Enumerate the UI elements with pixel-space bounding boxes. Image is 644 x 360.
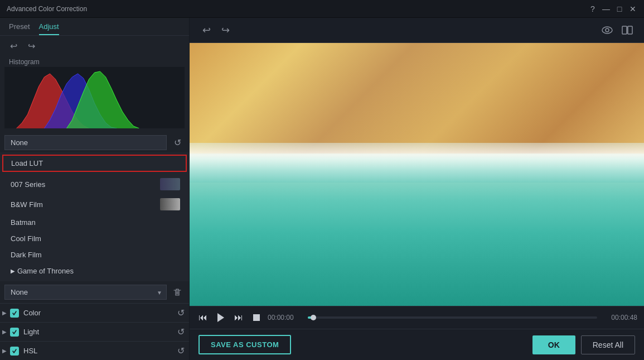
color-label: Color — [23, 309, 177, 317]
window-title: Advanced Color Correction — [7, 5, 87, 13]
preset-select[interactable]: None — [4, 135, 167, 150]
compare-icon[interactable] — [619, 22, 635, 38]
left-toolbar: ↩ ↪ — [0, 36, 189, 56]
minimize-btn[interactable]: — — [602, 4, 611, 13]
tab-adjust[interactable]: Adjust — [39, 22, 59, 35]
light-checkbox[interactable] — [10, 328, 19, 337]
expand-icon-light: ▶ — [2, 329, 10, 335]
hsl-label: HSL — [23, 347, 177, 355]
light-label: Light — [23, 328, 177, 336]
right-actions: OK Reset All — [532, 335, 635, 354]
eye-icon[interactable] — [599, 22, 615, 38]
right-toolbar: ↩ ↪ — [190, 18, 644, 43]
preview-swatch-bw — [160, 198, 180, 210]
tab-preset[interactable]: Preset — [9, 22, 30, 35]
load-lut-item[interactable]: Load LUT — [2, 155, 187, 172]
delete-btn[interactable] — [170, 285, 185, 300]
tabs: Preset Adjust — [0, 18, 189, 36]
preset-dropdown-row: None ↺ — [0, 133, 189, 152]
item-label: Cool Film — [11, 234, 41, 243]
list-item-coolfim[interactable]: Cool Film — [0, 231, 189, 247]
adj-hsl[interactable]: ▶ HSL ↺ — [0, 341, 189, 360]
step-back-btn[interactable]: ⏮ — [196, 311, 210, 324]
close-btn[interactable]: ✕ — [628, 4, 637, 13]
question-icon[interactable]: ? — [588, 4, 597, 13]
svg-rect-6 — [253, 314, 260, 321]
preset-reset-btn[interactable]: ↺ — [170, 136, 185, 150]
item-label: Game of Thrones — [17, 267, 74, 275]
hsl-reset-icon[interactable]: ↺ — [177, 345, 185, 356]
light-reset-icon[interactable]: ↺ — [177, 327, 185, 337]
current-time: 00:00:00 — [268, 314, 303, 321]
svg-rect-3 — [628, 26, 632, 34]
list-item-007[interactable]: 007 Series — [0, 174, 189, 194]
item-label: Dark Film — [11, 251, 42, 259]
progress-bar[interactable] — [308, 316, 597, 319]
step-forward-btn[interactable]: ⏭ — [232, 311, 245, 324]
title-bar-left: Advanced Color Correction — [7, 5, 87, 13]
list-item-bw[interactable]: B&W Film — [0, 194, 189, 214]
save-custom-btn[interactable]: SAVE AS CUSTOM — [198, 335, 291, 354]
svg-marker-5 — [217, 313, 224, 322]
color-reset-icon[interactable]: ↺ — [177, 308, 185, 318]
title-bar: Advanced Color Correction ? — □ ✕ — [0, 0, 644, 18]
right-panel: ↩ ↪ — [190, 18, 644, 360]
total-time: 00:00:48 — [602, 314, 637, 321]
right-toolbar-right — [599, 22, 635, 38]
histogram-container — [4, 67, 185, 128]
reset-all-btn[interactable]: Reset All — [581, 335, 635, 354]
adj-color[interactable]: ▶ Color ↺ — [0, 303, 189, 322]
histogram-svg — [4, 67, 185, 128]
undo-btn-right[interactable]: ↩ — [198, 22, 214, 38]
second-select[interactable]: None — [4, 285, 167, 300]
expand-icon-color: ▶ — [2, 310, 10, 316]
item-label: Batman — [11, 218, 36, 227]
stop-btn[interactable] — [250, 311, 263, 324]
preview-swatch-007 — [160, 178, 180, 190]
second-dropdown-wrapper: None ▼ — [4, 285, 167, 300]
redo-btn-right[interactable]: ↪ — [217, 22, 233, 38]
item-label: 007 Series — [11, 180, 45, 189]
item-label: B&W Film — [11, 200, 43, 209]
list-item-darkfilm[interactable]: Dark Film — [0, 247, 189, 263]
video-preview — [190, 43, 644, 306]
redo-btn[interactable]: ↪ — [25, 39, 38, 52]
svg-rect-2 — [622, 26, 627, 34]
svg-point-1 — [606, 28, 609, 32]
undo-btn[interactable]: ↩ — [7, 39, 20, 52]
list-item-batman[interactable]: Batman — [0, 214, 189, 231]
expand-icon-got: ▶ — [11, 268, 15, 274]
list-item-got[interactable]: ▶ Game of Thrones — [0, 263, 189, 279]
right-toolbar-left: ↩ ↪ — [198, 22, 233, 38]
title-bar-controls: ? — □ ✕ — [588, 4, 637, 13]
left-panel: Preset Adjust ↩ ↪ Histogram None ↺ — [0, 18, 190, 360]
load-lut-label: Load LUT — [11, 159, 43, 167]
svg-point-0 — [602, 27, 612, 33]
play-btn[interactable] — [214, 311, 227, 324]
hsl-checkbox[interactable] — [10, 347, 19, 356]
maximize-btn[interactable]: □ — [615, 4, 624, 13]
ok-btn[interactable]: OK — [532, 335, 575, 354]
adj-light[interactable]: ▶ Light ↺ — [0, 322, 189, 341]
lut-list: Load LUT 007 Series B&W Film Batman Cool… — [0, 152, 189, 281]
main-layout: Preset Adjust ↩ ↪ Histogram None ↺ — [0, 18, 644, 360]
bottom-bar: SAVE AS CUSTOM OK Reset All — [190, 329, 644, 360]
expand-icon-hsl: ▶ — [2, 348, 10, 354]
histogram-label: Histogram — [0, 56, 189, 67]
progress-handle[interactable] — [311, 315, 316, 320]
second-dropdown-row: None ▼ — [0, 281, 189, 303]
wave-overlay — [190, 143, 644, 183]
sand-texture — [190, 43, 644, 153]
beach-scene — [190, 43, 644, 306]
color-checkbox[interactable] — [10, 309, 19, 318]
video-controls: ⏮ ⏭ 00:00:00 00:00:48 — [190, 306, 644, 329]
